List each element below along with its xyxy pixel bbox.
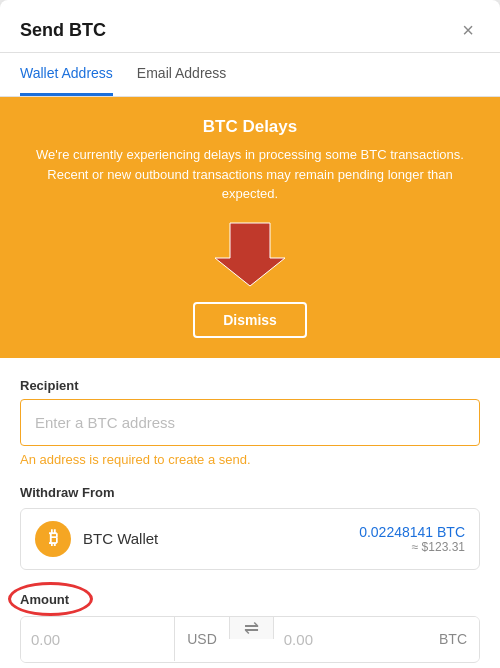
down-arrow-icon [215,218,285,288]
btc-icon: ₿ [35,521,71,557]
close-button[interactable]: × [456,18,480,42]
amount-btc-input[interactable] [274,617,427,662]
dismiss-button[interactable]: Dismiss [193,302,307,338]
wallet-btc-amount: 0.02248141 BTC [359,524,465,540]
amount-row: USD ⇌ BTC [20,616,480,663]
amount-section: Amount USD ⇌ BTC [20,590,480,663]
wallet-right: 0.02248141 BTC ≈ $123.31 [359,524,465,554]
amount-usd-input[interactable] [21,617,174,662]
tab-wallet-address[interactable]: Wallet Address [20,53,113,96]
swap-button[interactable]: ⇌ [229,617,274,639]
svg-marker-0 [215,223,285,286]
recipient-error: An address is required to create a send. [20,452,480,467]
modal-body: Recipient An address is required to crea… [0,358,500,669]
amount-usd-currency: USD [174,617,229,661]
withdraw-label: Withdraw From [20,485,480,500]
tab-bar: Wallet Address Email Address [0,53,500,97]
modal-header: Send BTC × [0,0,500,53]
alert-arrow [24,218,476,288]
amount-label: Amount [20,592,69,607]
alert-title: BTC Delays [24,117,476,137]
alert-text: We're currently experiencing delays in p… [24,145,476,204]
modal-title: Send BTC [20,20,106,41]
recipient-label: Recipient [20,378,480,393]
wallet-row[interactable]: ₿ BTC Wallet 0.02248141 BTC ≈ $123.31 [20,508,480,570]
recipient-input[interactable] [20,399,480,446]
wallet-name: BTC Wallet [83,530,158,547]
send-btc-modal: Send BTC × Wallet Address Email Address … [0,0,500,668]
wallet-usd-amount: ≈ $123.31 [359,540,465,554]
wallet-left: ₿ BTC Wallet [35,521,158,557]
tab-email-address[interactable]: Email Address [137,53,226,96]
amount-label-wrapper: Amount [20,590,69,608]
amount-btc-currency: BTC [427,617,479,661]
alert-banner: BTC Delays We're currently experiencing … [0,97,500,358]
